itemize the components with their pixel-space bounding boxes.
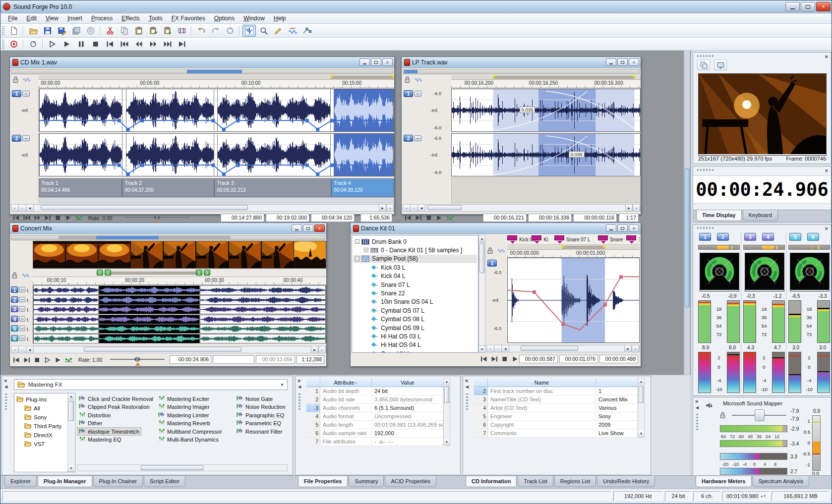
plugin-folder-combo[interactable]: Mastering FX▼ [14, 379, 288, 390]
waveform-channel-5[interactable] [33, 324, 326, 334]
stop-button[interactable] [53, 213, 63, 222]
zoom-in-button2[interactable]: + [318, 346, 326, 353]
waveform-channel-1[interactable] [507, 258, 640, 343]
plugin-item[interactable]: Distortion [77, 411, 112, 419]
stop-button[interactable] [499, 354, 510, 363]
table-row[interactable]: 4Audio formatUncompressed [306, 412, 443, 421]
zoom-ratio-field[interactable]: 1:12,288 [297, 355, 324, 364]
tree-item-kick-03-l[interactable]: Kick 03 L [353, 263, 477, 272]
save-all-button[interactable] [69, 25, 83, 37]
go-to-end-button[interactable] [413, 213, 423, 222]
tab-summary[interactable]: Summary [349, 476, 384, 487]
tree-scrollbar[interactable]: ▲▼ [67, 393, 74, 472]
menu-effects[interactable]: Effects [117, 14, 144, 23]
minimize-button[interactable] [785, 2, 800, 11]
channel-minimize-button[interactable]: – [414, 91, 421, 97]
table-row[interactable]: 1Audio bit depth24 bit [306, 387, 443, 395]
go-to-start-button[interactable] [11, 213, 21, 222]
channel-minimize-button[interactable]: – [19, 297, 25, 302]
scroll-left-button[interactable]: ◀ [26, 205, 34, 211]
panel-close-button[interactable]: × [297, 378, 300, 383]
waveform-channel-1[interactable] [39, 89, 394, 132]
sample-marker[interactable] [532, 235, 541, 240]
go-to-start-button[interactable] [103, 38, 117, 50]
loop-start-marker[interactable] [330, 75, 334, 79]
window-titlebar[interactable]: LP Track.wav × [402, 57, 641, 68]
minimize-button[interactable] [292, 224, 302, 232]
overview-visible-range[interactable] [187, 70, 242, 73]
window-titlebar[interactable]: Concert Mix × [10, 223, 326, 234]
tab-hardware-meters[interactable]: Hardware Meters [696, 476, 752, 487]
panel-grip[interactable] [5, 392, 7, 410]
waveform-channel-6[interactable] [33, 334, 326, 343]
meter-channel-4-badge[interactable]: 4 [762, 233, 774, 241]
waveform-canvas[interactable] [33, 325, 326, 333]
channel-2-badge[interactable]: 2 [404, 135, 413, 142]
stop-button[interactable] [89, 38, 102, 50]
folder-item-sony[interactable]: Sony [15, 413, 65, 421]
plugin-item[interactable]: Noise Reduction [235, 403, 287, 411]
channel-minimize-button[interactable]: – [19, 336, 25, 341]
plugin-item[interactable]: Click and Crackle Removal [77, 395, 155, 402]
table-row[interactable]: 3Audio channels6 (5.1 Surround) [306, 404, 443, 412]
waveform-canvas[interactable] [39, 89, 394, 131]
mdi-vertical-scrollbar[interactable] [684, 51, 690, 375]
horizontal-scrollbar[interactable]: +–◀▶+ [486, 345, 640, 352]
forward-button[interactable] [32, 213, 42, 222]
scrollbar-thumb[interactable] [521, 346, 578, 351]
channel-minimize-button[interactable]: – [22, 135, 30, 141]
paste-special-button[interactable] [146, 25, 160, 37]
waveform-channel-2[interactable] [451, 133, 641, 176]
table-scrollbar[interactable]: ▲▼ [443, 378, 450, 446]
tab-script-editor[interactable]: Script Editor [144, 476, 185, 487]
tab-regions-list[interactable]: Regions List [554, 476, 596, 487]
tree-item-cymbal-os-07-l[interactable]: Cymbal OS 07 L [353, 306, 477, 315]
waveform-canvas[interactable] [33, 305, 326, 314]
scroll-up-button[interactable]: ▲ [444, 379, 450, 385]
paste-to-new-button[interactable] [161, 25, 174, 37]
selection-end-field[interactable]: 00:00:16.338 [528, 214, 572, 222]
panel-close-button[interactable]: × [825, 54, 828, 59]
scroll-right-button[interactable]: ▶ [624, 345, 632, 352]
panel-grip[interactable] [697, 55, 715, 57]
tree-item-hi-hat-os-04-l[interactable]: Hi Hat OS 04 L [353, 341, 477, 349]
play-button[interactable] [434, 213, 444, 222]
menu-options[interactable]: Options [210, 14, 239, 23]
panel-pin-button[interactable]: ◀ [466, 385, 469, 389]
go-to-end-button[interactable] [42, 213, 53, 222]
panel-grip[interactable] [696, 412, 698, 430]
tree-item-open-hh-l[interactable]: Open HH L [353, 349, 477, 353]
scroll-up-button[interactable]: ▲ [68, 393, 74, 400]
meter-channel-5-badge[interactable]: 5 [789, 233, 801, 241]
go-to-end-button[interactable] [489, 354, 499, 363]
panel-grip[interactable] [298, 392, 300, 410]
waveform-channel-3[interactable] [33, 305, 326, 314]
scroll-up-button[interactable]: ▲ [638, 379, 644, 385]
channel-minimize-button[interactable]: – [414, 135, 421, 141]
plugin-item[interactable]: Dither [77, 420, 104, 427]
play-all-button[interactable] [46, 38, 59, 50]
channel-2-badge[interactable]: 2 [12, 135, 21, 142]
zoom-ratio-field[interactable]: 1:17 [619, 214, 639, 222]
channel-2-badge[interactable]: 2 [11, 296, 18, 303]
envelope-tool-button[interactable] [300, 25, 313, 37]
zoom-in-button2[interactable]: + [633, 205, 640, 211]
tab-explorer[interactable]: Explorer [4, 476, 37, 487]
table-row[interactable]: 3Name/Title (CD Text)Concert Mix [474, 395, 638, 404]
meter-channel-6-badge[interactable]: 6 [807, 233, 819, 241]
list-scrollbar[interactable] [77, 464, 288, 471]
external-monitor-icon[interactable] [714, 59, 727, 70]
plugin-item[interactable]: Mastering Exciter [157, 395, 211, 402]
tree-item-drum-bank-0[interactable]: –Drum Bank 0 [353, 237, 477, 246]
cut-button[interactable] [103, 25, 117, 37]
scroll-right-button[interactable]: ▶ [625, 205, 633, 211]
event-tool-button[interactable] [286, 25, 299, 37]
region-marker-3[interactable]: 3 [204, 270, 210, 276]
save-button[interactable] [41, 25, 54, 37]
channel-minimize-button[interactable]: – [19, 316, 25, 322]
selection-length-field[interactable]: 00:00:00.116 [573, 214, 617, 222]
overview-visible-range[interactable] [96, 236, 159, 239]
zoom-in-button[interactable]: + [11, 346, 19, 353]
tab-plug-in-chainer[interactable]: Plug-In Chainer [93, 476, 143, 487]
loop-region[interactable] [493, 76, 635, 79]
